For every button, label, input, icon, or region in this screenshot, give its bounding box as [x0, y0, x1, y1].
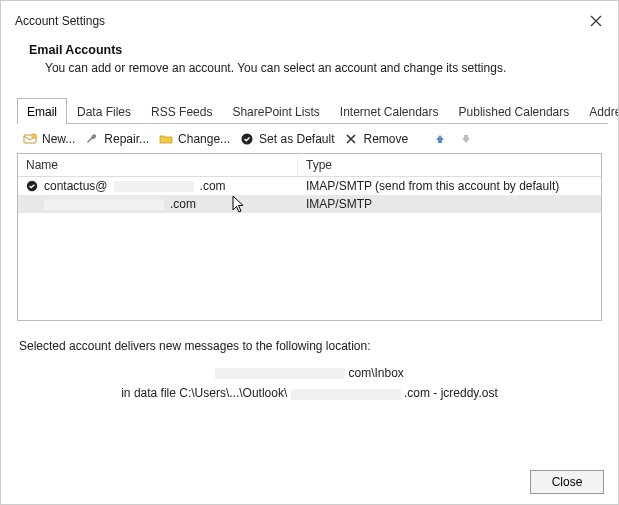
tab-internet-calendars[interactable]: Internet Calendars — [330, 98, 449, 124]
redacted-text — [44, 199, 164, 210]
tab-email[interactable]: Email — [17, 98, 67, 124]
new-label: New... — [42, 132, 75, 146]
svg-point-3 — [27, 181, 37, 191]
window-title: Account Settings — [15, 14, 105, 28]
tab-sharepoint-lists[interactable]: SharePoint Lists — [222, 98, 329, 124]
tab-data-files[interactable]: Data Files — [67, 98, 141, 124]
close-button[interactable]: Close — [530, 470, 604, 494]
account-type: IMAP/SMTP (send from this account by def… — [298, 179, 601, 193]
change-label: Change... — [178, 132, 230, 146]
column-name[interactable]: Name — [18, 154, 298, 176]
tab-address-books[interactable]: Address Books — [579, 98, 619, 124]
delivery-location: com\Inbox — [19, 363, 600, 383]
account-list: Name Type contactus@ .com IMAP/SMTP (sen… — [17, 153, 602, 321]
check-circle-icon — [240, 132, 254, 146]
tab-strip: Email Data Files RSS Feeds SharePoint Li… — [17, 97, 608, 124]
title-bar: Account Settings — [1, 1, 618, 39]
account-name-prefix: contactus@ — [44, 179, 108, 193]
delivery-path-prefix: in data file C:\Users\...\Outlook\ — [121, 386, 287, 400]
envelope-new-icon — [23, 132, 37, 146]
arrow-down-icon — [460, 133, 472, 145]
tab-published-calendars[interactable]: Published Calendars — [449, 98, 580, 124]
delivery-path: in data file C:\Users\...\Outlook\ .com … — [19, 383, 600, 403]
folder-change-icon — [159, 132, 173, 146]
redacted-text — [215, 368, 345, 379]
delivery-info: Selected account delivers new messages t… — [1, 321, 618, 404]
remove-account-button[interactable]: Remove — [344, 132, 408, 146]
redacted-text — [114, 181, 194, 192]
change-account-button[interactable]: Change... — [159, 132, 230, 146]
move-up-button[interactable] — [432, 131, 448, 147]
svg-point-2 — [242, 134, 253, 145]
move-down-button[interactable] — [458, 131, 474, 147]
remove-x-icon — [344, 132, 358, 146]
repair-account-button[interactable]: Repair... — [85, 132, 149, 146]
list-item[interactable]: .com IMAP/SMTP — [18, 195, 601, 213]
header-title: Email Accounts — [29, 43, 600, 57]
remove-label: Remove — [363, 132, 408, 146]
toolbar: New... Repair... Change... Set as Defaul… — [1, 124, 618, 153]
list-item[interactable]: contactus@ .com IMAP/SMTP (send from thi… — [18, 177, 601, 195]
account-name-suffix: .com — [170, 197, 196, 211]
new-account-button[interactable]: New... — [23, 132, 75, 146]
account-type: IMAP/SMTP — [298, 197, 601, 211]
tab-rss-feeds[interactable]: RSS Feeds — [141, 98, 222, 124]
arrow-up-icon — [434, 133, 446, 145]
list-header: Name Type — [18, 154, 601, 177]
wrench-icon — [85, 132, 99, 146]
set-default-label: Set as Default — [259, 132, 334, 146]
delivery-path-suffix: .com - jcreddy.ost — [404, 386, 498, 400]
dialog-footer: Close — [530, 470, 604, 494]
default-account-check-icon — [26, 180, 38, 192]
delivery-location-suffix: com\Inbox — [348, 366, 403, 380]
header-description: You can add or remove an account. You ca… — [29, 61, 600, 75]
close-icon — [590, 15, 602, 27]
column-type[interactable]: Type — [298, 154, 601, 176]
svg-point-1 — [32, 134, 37, 139]
close-window-button[interactable] — [584, 9, 608, 33]
redacted-text — [291, 389, 401, 400]
header-block: Email Accounts You can add or remove an … — [1, 39, 618, 91]
repair-label: Repair... — [104, 132, 149, 146]
set-default-button[interactable]: Set as Default — [240, 132, 334, 146]
delivery-intro: Selected account delivers new messages t… — [19, 339, 600, 353]
account-name-suffix: .com — [200, 179, 226, 193]
